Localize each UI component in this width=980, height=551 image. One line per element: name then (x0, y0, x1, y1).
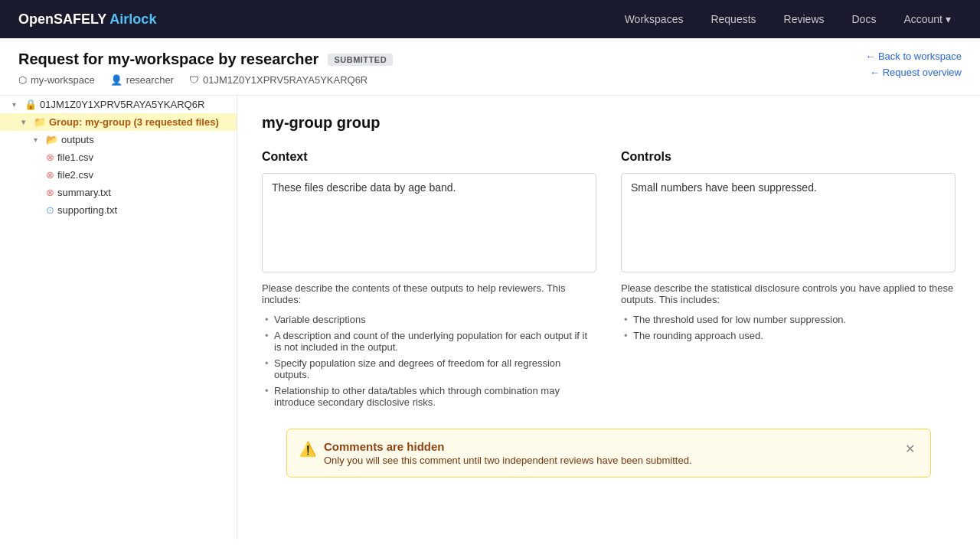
folder-icon: 📁 (34, 116, 46, 128)
alert-body: Only you will see this comment until two… (324, 455, 692, 466)
navbar: OpenSAFELY Airlock Workspaces Requests R… (0, 0, 980, 38)
id-icon: 🛡 (189, 74, 199, 86)
context-bullet-2: Specify population size and degrees of f… (262, 355, 596, 383)
chevron-down-icon: ▾ (946, 13, 951, 25)
nav-workspaces[interactable]: Workspaces (614, 7, 694, 31)
tree-root[interactable]: ▾ 🔒 01JM1Z0Y1XPRV5RAYA5YKARQ6R (0, 96, 237, 113)
context-bullet-1: A description and count of the underlyin… (262, 328, 596, 355)
researcher-meta: 👤 researcher (110, 74, 174, 86)
controls-section: Controls Please describe the statistical… (621, 150, 956, 410)
context-help: Please describe the contents of these ou… (262, 282, 596, 305)
request-overview-link[interactable]: ← Request overview (870, 67, 962, 78)
context-bullet-0: Variable descriptions (262, 311, 596, 328)
group-title: my-group group (262, 114, 956, 132)
brand: OpenSAFELY Airlock (18, 11, 156, 28)
two-col-layout: Context Please describe the contents of … (262, 150, 956, 410)
nav-docs[interactable]: Docs (841, 7, 887, 31)
context-textarea[interactable] (262, 173, 596, 272)
controls-textarea[interactable] (621, 173, 956, 272)
controls-help: Please describe the statistical disclosu… (621, 282, 956, 305)
alert-bar: ⚠️ Comments are hidden Only you will see… (286, 429, 931, 478)
chevron-down-icon: ▾ (21, 118, 31, 126)
file-icon: ⊗ (46, 152, 54, 163)
nav-reviews[interactable]: Reviews (773, 7, 835, 31)
tree-file-2[interactable]: ⊗ summary.txt (0, 184, 237, 201)
status-badge: SUBMITTED (328, 54, 393, 66)
folder-open-icon: 📂 (46, 134, 58, 145)
nav-requests[interactable]: Requests (700, 7, 766, 31)
sidebar: ▾ 🔒 01JM1Z0Y1XPRV5RAYA5YKARQ6R ▾ 📁 Group… (0, 96, 237, 540)
request-id-meta: 🛡 01JM1Z0Y1XPRV5RAYA5YKARQ6R (189, 74, 368, 86)
file-icon: ⊗ (46, 187, 54, 198)
content-area: my-group group Context Please describe t… (237, 96, 980, 540)
main-layout: ▾ 🔒 01JM1Z0Y1XPRV5RAYA5YKARQ6R ▾ 📁 Group… (0, 96, 980, 540)
page-meta: ⬡ my-workspace 👤 researcher 🛡 01JM1Z0Y1X… (18, 74, 393, 86)
alert-close-button[interactable]: ✕ (902, 440, 918, 458)
tree-group[interactable]: ▾ 📁 Group: my-group (3 requested files) (0, 113, 237, 131)
tree-file-1[interactable]: ⊗ file2.csv (0, 166, 237, 184)
lock-icon: 🔒 (24, 99, 37, 110)
header-left: Request for my-workspace by researcher S… (18, 51, 393, 86)
nav-account[interactable]: Account ▾ (893, 7, 962, 31)
workspace-icon: ⬡ (18, 74, 27, 86)
tree-file-3[interactable]: ⊙ supporting.txt (0, 201, 237, 219)
header-right: ← Back to workspace ← Request overview (865, 51, 962, 78)
person-icon: 👤 (110, 74, 122, 86)
alert-content: ⚠️ Comments are hidden Only you will see… (299, 440, 692, 466)
alert-title: Comments are hidden (324, 440, 692, 453)
context-section: Context Please describe the contents of … (262, 150, 596, 410)
context-label: Context (262, 150, 596, 164)
chevron-down-icon: ▾ (12, 100, 21, 109)
controls-bullet-1: The rounding approach used. (621, 328, 956, 344)
file-icon: ⊗ (46, 169, 54, 181)
warning-icon: ⚠️ (299, 441, 316, 458)
tree-file-0[interactable]: ⊗ file1.csv (0, 148, 237, 166)
page-header: Request for my-workspace by researcher S… (0, 38, 980, 96)
file-icon: ⊙ (46, 204, 54, 216)
controls-bullets: The threshold used for low number suppre… (621, 311, 956, 344)
context-bullets: Variable descriptions A description and … (262, 311, 596, 410)
context-bullet-3: Relationship to other data/tables which … (262, 383, 596, 410)
controls-label: Controls (621, 150, 956, 164)
tree-outputs[interactable]: ▾ 📂 outputs (0, 131, 237, 148)
controls-bullet-0: The threshold used for low number suppre… (621, 311, 956, 328)
page-title: Request for my-workspace by researcher S… (18, 51, 393, 68)
workspace-meta: ⬡ my-workspace (18, 74, 95, 86)
alert-text: Comments are hidden Only you will see th… (324, 440, 692, 466)
back-to-workspace-link[interactable]: ← Back to workspace (865, 51, 962, 62)
chevron-down-icon: ▾ (34, 135, 43, 144)
